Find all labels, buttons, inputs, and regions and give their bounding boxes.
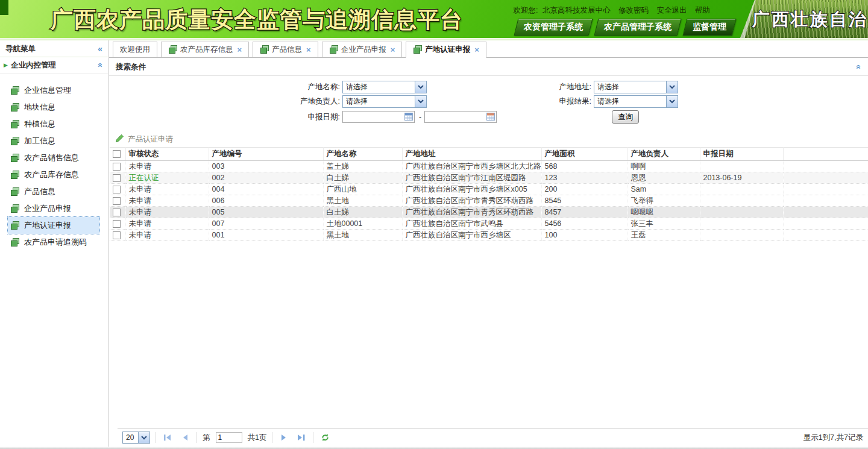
code-cell: 006 <box>209 195 323 207</box>
group-collapse-icon[interactable]: « <box>96 63 105 68</box>
column-header[interactable]: 产地编号 <box>209 148 323 161</box>
pager-bar: 20 第 共1页 显示1到7,共7记录 <box>118 428 868 447</box>
sidebar-item-label: 企业信息管理 <box>24 85 71 96</box>
area-cell: 5456 <box>541 218 627 230</box>
close-icon[interactable]: × <box>391 45 395 54</box>
page-size-select[interactable]: 20 <box>122 432 150 444</box>
column-header[interactable]: 审核状态 <box>125 148 209 161</box>
tab-label: 企业产品申报 <box>341 45 386 55</box>
table-row[interactable]: 未申请005白土娣广西壮族自治区南宁市青秀区环葫西路8457嗯嗯嗯 <box>110 207 868 218</box>
date-cell <box>700 207 783 218</box>
sidebar-item[interactable]: 地块信息 <box>8 99 99 116</box>
table-row[interactable]: 未申请006黑土地广西壮族自治区南宁市青秀区环葫西路8545飞举得 <box>110 195 868 207</box>
area-cell: 200 <box>541 184 627 195</box>
book-icon <box>10 238 20 247</box>
person-cell: 飞举得 <box>627 195 700 207</box>
sidebar-item-label: 产品信息 <box>24 186 55 197</box>
origin-name-select[interactable]: 请选择 <box>342 81 427 93</box>
column-header[interactable]: 申报日期 <box>700 148 783 161</box>
row-checkbox[interactable] <box>113 209 121 216</box>
sidebar-item-label: 加工信息 <box>24 136 55 146</box>
refresh-icon[interactable] <box>319 432 331 444</box>
logout-link[interactable]: 安全退出 <box>657 6 687 14</box>
tab[interactable]: 产品信息× <box>253 42 318 58</box>
status-cell: 未申请 <box>125 218 209 230</box>
page-number-input[interactable] <box>216 432 242 443</box>
row-checkbox[interactable] <box>113 174 121 182</box>
column-header[interactable]: 产地面积 <box>541 148 627 161</box>
records-summary: 显示1到7,共7记录 <box>804 433 868 443</box>
search-collapse-icon[interactable]: « <box>855 64 863 69</box>
sidebar-item[interactable]: 种植信息 <box>8 116 99 133</box>
sidebar-collapse-icon[interactable]: « <box>98 45 102 53</box>
tab[interactable]: 农产品库存信息× <box>161 42 249 58</box>
sidebar-item[interactable]: 农产品销售信息 <box>8 149 99 166</box>
result-select[interactable]: 请选择 <box>594 95 678 108</box>
status-cell: 未申请 <box>125 161 209 172</box>
area-cell: 568 <box>541 161 627 172</box>
tab[interactable]: 产地认证申报× <box>406 42 486 58</box>
tab[interactable]: 欢迎使用 <box>113 42 157 58</box>
column-header[interactable]: 产地地址 <box>402 148 541 161</box>
close-icon[interactable]: × <box>474 45 479 54</box>
date-to-input[interactable] <box>424 111 497 123</box>
nav-button-agri-products[interactable]: 农产品管理子系统 <box>594 19 682 36</box>
next-page-icon[interactable] <box>278 432 290 444</box>
area-cell: 8457 <box>541 207 627 218</box>
table-row[interactable]: 正在认证002白土娣广西壮族自治区南宁市江南区堤园路123恩恩2013-06-1… <box>110 172 868 184</box>
window-bottom-edge <box>0 447 868 449</box>
book-icon <box>168 45 178 54</box>
sidebar-item[interactable]: 加工信息 <box>8 133 99 149</box>
table-row[interactable]: 未申请003盖土娣广西壮族自治区南宁市西乡塘区北大北路568啊啊 <box>110 161 868 172</box>
sidebar-item[interactable]: 产品信息 <box>8 183 99 200</box>
table-row[interactable]: 未申请001黑土地广西壮族自治区南宁市西乡塘区100王磊 <box>110 230 868 241</box>
area-cell: 100 <box>541 230 627 241</box>
row-checkbox[interactable] <box>113 231 121 239</box>
origin-addr-label: 产地地址: <box>474 81 591 93</box>
column-header[interactable]: 产地名称 <box>323 148 402 161</box>
sidebar-item[interactable]: 企业信息管理 <box>8 82 99 99</box>
person-cell: 恩恩 <box>627 172 700 184</box>
sidebar-item[interactable]: 企业产品申报 <box>8 200 99 217</box>
calendar-icon[interactable] <box>486 113 495 122</box>
table-row[interactable]: 未申请004广西山地广西壮族自治区南宁市西乡塘区x005200Sam <box>110 184 868 195</box>
sidebar-group-enterprise-control[interactable]: ▶ 企业内控管理 « <box>0 57 108 74</box>
sidebar-item-label: 产地认证申报 <box>24 220 71 231</box>
tab[interactable]: 企业产品申报× <box>322 42 403 58</box>
address-cell: 广西壮族自治区南宁市武鸣县 <box>402 218 541 230</box>
person-cell: 张三丰 <box>627 218 700 230</box>
close-icon[interactable]: × <box>306 45 311 54</box>
prev-page-icon[interactable] <box>179 432 191 444</box>
date-cell <box>700 218 783 230</box>
row-checkbox[interactable] <box>113 197 121 205</box>
name-cell: 黑土地 <box>323 195 402 207</box>
help-link[interactable]: 帮助 <box>695 6 710 14</box>
code-cell: 002 <box>209 172 323 184</box>
nav-button-agri-materials[interactable]: 农资管理子系统 <box>514 19 593 36</box>
origin-name-label: 产地名称: <box>222 81 340 93</box>
book-icon <box>10 171 20 180</box>
chevron-down-icon <box>666 96 678 107</box>
sidebar-item[interactable]: 产地认证申报 <box>8 217 99 234</box>
last-page-icon[interactable] <box>295 432 307 444</box>
date-from-input[interactable] <box>342 111 415 123</box>
nav-button-supervision[interactable]: 监督管理 <box>683 19 737 36</box>
column-header[interactable]: 产地负责人 <box>627 148 700 161</box>
query-button[interactable]: 查询 <box>612 110 639 124</box>
code-cell: 007 <box>209 218 323 230</box>
row-checkbox[interactable] <box>113 186 121 193</box>
sidebar-item[interactable]: 农产品申请追溯码 <box>8 234 99 251</box>
row-checkbox[interactable] <box>113 163 121 171</box>
row-checkbox[interactable] <box>113 220 121 228</box>
first-page-icon[interactable] <box>162 432 174 444</box>
close-icon[interactable]: × <box>237 45 242 54</box>
change-password-link[interactable]: 修改密码 <box>618 6 649 14</box>
sidebar-item[interactable]: 农产品库存信息 <box>8 166 99 183</box>
origin-person-select[interactable]: 请选择 <box>342 95 427 108</box>
table-row[interactable]: 未申请007土地00001广西壮族自治区南宁市武鸣县5456张三丰 <box>110 218 868 230</box>
code-cell: 003 <box>209 161 323 172</box>
calendar-icon[interactable] <box>404 113 413 122</box>
select-all-checkbox[interactable] <box>113 150 121 158</box>
origin-addr-select[interactable]: 请选择 <box>594 81 678 93</box>
book-icon <box>10 120 20 129</box>
